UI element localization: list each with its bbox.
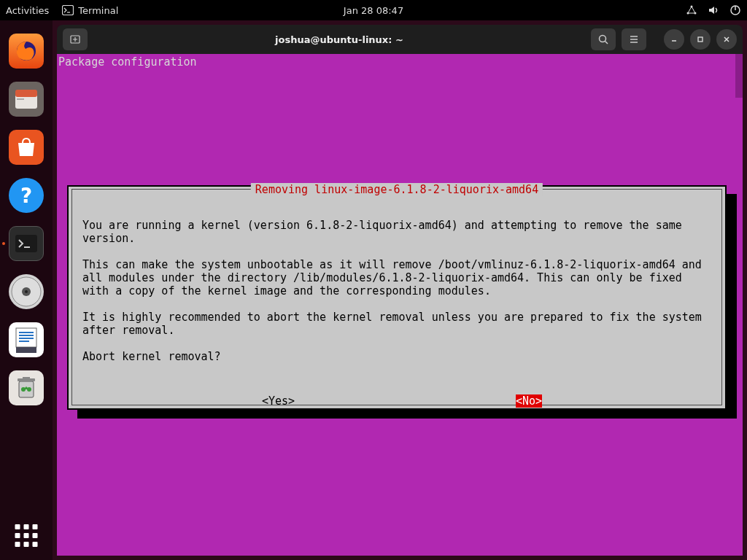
dock-disc[interactable] (9, 274, 44, 309)
minimize-icon (670, 36, 678, 43)
minimize-button[interactable] (664, 29, 684, 50)
volume-icon[interactable] (708, 4, 719, 16)
terminal-app-icon (15, 235, 37, 252)
shopping-bag-icon (15, 137, 37, 158)
topbar-clock[interactable]: Jan 28 08:47 (344, 5, 403, 16)
terminal-titlebar: joshua@ubuntu-linux: ~ (57, 25, 743, 54)
search-button[interactable] (591, 28, 616, 50)
menu-button[interactable] (622, 28, 646, 50)
dock-files[interactable] (9, 82, 44, 117)
dialog-text-2: This can make the system unbootable as i… (82, 258, 708, 298)
close-icon (723, 36, 730, 43)
terminal-body[interactable]: Package configuration Removing linux-ima… (57, 54, 743, 556)
debconf-dialog: Removing linux-image-6.1.8-2-liquorix-am… (67, 185, 727, 410)
window-title: joshua@ubuntu-linux: ~ (93, 34, 585, 45)
dock-firefox[interactable] (9, 34, 44, 69)
files-icon (14, 88, 39, 110)
network-icon[interactable] (686, 4, 697, 16)
new-tab-button[interactable] (63, 28, 88, 50)
topbar-app-indicator[interactable]: Terminal (62, 5, 118, 16)
gnome-topbar: Activities Terminal Jan 28 08:47 (0, 0, 747, 20)
yes-button[interactable]: <Yes> (262, 394, 295, 408)
dialog-text-1: You are running a kernel (version 6.1.8-… (82, 219, 689, 245)
no-button[interactable]: <No> (516, 394, 542, 408)
svg-rect-23 (18, 378, 35, 381)
svg-rect-11 (15, 235, 37, 252)
question-icon: ? (20, 184, 32, 208)
trash-icon (15, 376, 37, 400)
svg-rect-0 (63, 6, 74, 15)
firefox-icon (14, 39, 39, 63)
hamburger-icon (628, 34, 640, 45)
dock: ? (0, 20, 53, 560)
disc-icon (10, 276, 42, 308)
dialog-text-3: It is highly recommended to abort the ke… (82, 311, 708, 337)
dock-terminal[interactable] (9, 226, 44, 261)
new-tab-icon (69, 34, 81, 45)
maximize-icon (697, 36, 704, 43)
dialog-text-4: Abort kernel removal? (82, 350, 221, 363)
svg-rect-10 (17, 98, 24, 100)
terminal-window: joshua@ubuntu-linux: ~ (57, 25, 743, 556)
maximize-button[interactable] (690, 29, 711, 50)
text-editor-icon (12, 325, 41, 354)
package-config-header: Package configuration (58, 55, 197, 69)
terminal-icon (62, 5, 74, 15)
dock-software[interactable] (9, 130, 44, 165)
close-button[interactable] (716, 29, 737, 50)
topbar-app-name: Terminal (78, 5, 118, 16)
dialog-title: Removing linux-image-6.1.8-2-liquorix-am… (251, 183, 543, 196)
svg-rect-21 (16, 347, 36, 353)
dock-active-indicator (2, 242, 5, 245)
svg-line-30 (605, 42, 608, 44)
svg-rect-35 (698, 37, 703, 42)
svg-rect-9 (15, 90, 37, 97)
dock-trash[interactable] (9, 370, 44, 405)
svg-point-15 (25, 290, 28, 293)
svg-point-29 (600, 36, 606, 42)
scrollbar[interactable] (735, 54, 743, 98)
dock-show-apps[interactable] (15, 524, 38, 547)
dock-help[interactable]: ? (9, 178, 44, 213)
dialog-body: You are running a kernel (version 6.1.8-… (72, 190, 721, 384)
search-icon (597, 34, 609, 45)
dock-text-editor[interactable] (9, 322, 44, 357)
power-icon[interactable] (729, 4, 741, 16)
activities-button[interactable]: Activities (6, 5, 49, 16)
